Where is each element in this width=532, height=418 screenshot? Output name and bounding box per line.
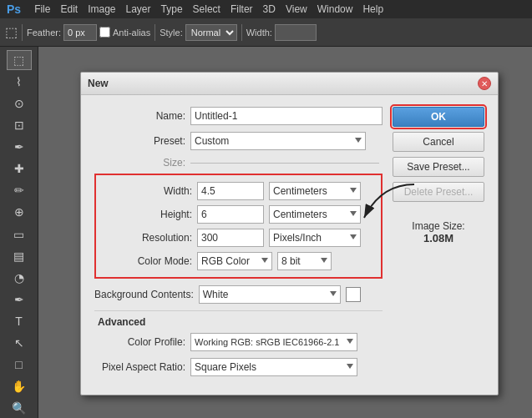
size-row: Size: [94, 157, 383, 169]
colormode-label: Color Mode: [101, 255, 197, 267]
colorprofile-label: Color Profile: [94, 336, 190, 348]
height-unit-select[interactable]: Centimeters [269, 205, 361, 224]
menu-bar: Ps File Edit Image Layer Type Select Fil… [0, 0, 532, 18]
menu-edit[interactable]: Edit [60, 3, 78, 15]
dialog-title: New [88, 78, 109, 89]
hand-tool[interactable]: ✋ [7, 376, 32, 396]
resolution-unit-select[interactable]: Pixels/Inch [269, 229, 361, 247]
bg-color-swatch[interactable] [346, 287, 361, 302]
path-selection-tool[interactable]: ↖ [7, 333, 32, 353]
dodge-tool[interactable]: ◔ [7, 268, 32, 288]
preset-row: Preset: Custom [94, 132, 383, 150]
dialog-close-button[interactable]: ✕ [478, 77, 491, 90]
crop-tool[interactable]: ⊡ [7, 115, 32, 135]
menu-filter[interactable]: Filter [231, 3, 253, 15]
size-label: Size: [94, 157, 190, 169]
antialias-label: Anti-alias [113, 28, 150, 38]
marquee-icon: ⬚ [5, 24, 18, 40]
delete-preset-button[interactable]: Delete Preset... [393, 182, 484, 202]
toolbar-separator-3 [241, 24, 242, 41]
clone-tool[interactable]: ⊕ [7, 202, 32, 222]
brush-tool[interactable]: ✏ [7, 180, 32, 200]
advanced-section: Advanced Color Profile: Working RGB: sRG… [94, 310, 383, 376]
size-divider [190, 163, 379, 164]
width-unit-select[interactable]: Centimeters [269, 182, 361, 200]
marquee-tool-options: ⬚ Feather: Anti-alias Style: Normal Widt… [5, 24, 317, 41]
feather-input[interactable] [63, 24, 97, 41]
eraser-tool[interactable]: ▭ [7, 224, 32, 244]
left-sidebar: ⬚ ⌇ ⊙ ⊡ ✒ ✚ ✏ ⊕ ▭ ▤ ◔ ✒ T ↖ □ ✋ 🔍 [0, 47, 38, 418]
menu-help[interactable]: Help [362, 3, 383, 15]
dialog-overlay: New ✕ Name: Preset: Custom [38, 47, 532, 418]
image-size-value: 1.08M [393, 232, 484, 244]
bg-label: Background Contents: [94, 289, 199, 300]
cancel-button[interactable]: Cancel [393, 132, 484, 152]
toolbar: ⬚ Feather: Anti-alias Style: Normal Widt… [0, 18, 532, 47]
advanced-title: Advanced [94, 316, 383, 328]
colorprofile-select[interactable]: Working RGB: sRGB IEC61966-2.1 [190, 333, 357, 351]
dialog-body: Name: Preset: Custom Size: [81, 95, 498, 395]
dialog-form: Name: Preset: Custom Size: [94, 107, 383, 383]
menu-window[interactable]: Window [317, 3, 353, 15]
image-size-label: Image Size: [393, 220, 484, 232]
style-select[interactable]: Normal [185, 24, 237, 41]
background-row: Background Contents: White [94, 285, 383, 304]
new-document-dialog: New ✕ Name: Preset: Custom [80, 72, 499, 395]
menu-view[interactable]: View [286, 3, 307, 15]
width-input[interactable] [197, 182, 264, 200]
name-input[interactable] [190, 107, 383, 125]
dialog-titlebar: New ✕ [81, 73, 498, 95]
name-row: Name: [94, 107, 383, 125]
colorprofile-row: Color Profile: Working RGB: sRGB IEC6196… [94, 333, 383, 351]
toolbar-separator-2 [155, 24, 155, 41]
marquee-tool[interactable]: ⬚ [7, 50, 32, 70]
pixelaspect-row: Pixel Aspect Ratio: Square Pixels [94, 358, 383, 376]
eyedropper-tool[interactable]: ✒ [7, 137, 32, 157]
quick-select-tool[interactable]: ⊙ [7, 93, 32, 113]
dimensions-highlight-box: Width: Centimeters Height: Centimeters [94, 174, 383, 279]
feather-label: Feather: [27, 28, 61, 38]
bg-controls: White [199, 285, 361, 304]
pixelaspect-select[interactable]: Square Pixels [190, 358, 357, 376]
menu-layer[interactable]: Layer [126, 3, 151, 15]
preset-label: Preset: [94, 135, 190, 147]
ps-logo: Ps [7, 3, 21, 16]
width-row: Width: Centimeters [101, 182, 376, 200]
colormode-row: Color Mode: RGB Color 8 bit [101, 252, 376, 270]
preset-select[interactable]: Custom [190, 132, 366, 150]
pixelaspect-label: Pixel Aspect Ratio: [94, 361, 190, 373]
dialog-buttons: OK Cancel Save Preset... Delete Preset..… [393, 107, 484, 383]
height-input[interactable] [197, 205, 264, 224]
menu-image[interactable]: Image [88, 3, 115, 15]
menu-file[interactable]: File [34, 3, 50, 15]
save-preset-button[interactable]: Save Preset... [393, 157, 484, 177]
height-row: Height: Centimeters [101, 205, 376, 224]
width-label: Width: [101, 185, 197, 197]
zoom-tool[interactable]: 🔍 [7, 398, 32, 418]
bitdepth-select[interactable]: 8 bit [277, 252, 332, 270]
name-label: Name: [94, 110, 190, 122]
gradient-tool[interactable]: ▤ [7, 246, 32, 266]
resolution-row: Resolution: Pixels/Inch [101, 229, 376, 247]
bg-select[interactable]: White [199, 285, 341, 304]
colormode-select[interactable]: RGB Color [197, 252, 272, 270]
menu-type[interactable]: Type [161, 3, 183, 15]
pen-tool[interactable]: ✒ [7, 290, 32, 310]
resolution-input[interactable] [197, 229, 264, 247]
lasso-tool[interactable]: ⌇ [7, 72, 32, 92]
rectangle-tool[interactable]: □ [7, 355, 32, 375]
height-label: Height: [101, 209, 197, 220]
text-tool[interactable]: T [7, 311, 32, 331]
resolution-label: Resolution: [101, 232, 197, 244]
width-toolbar-input[interactable] [275, 24, 317, 41]
healing-tool[interactable]: ✚ [7, 159, 32, 179]
style-label: Style: [160, 28, 183, 38]
image-size-info: Image Size: 1.08M [393, 220, 484, 244]
menu-3d[interactable]: 3D [263, 3, 276, 15]
width-label: Width: [246, 28, 272, 38]
ok-button[interactable]: OK [393, 107, 484, 127]
main-content: New ✕ Name: Preset: Custom [38, 47, 532, 418]
menu-select[interactable]: Select [193, 3, 220, 15]
toolbar-separator-1 [22, 24, 23, 41]
antialias-checkbox[interactable] [99, 27, 110, 38]
